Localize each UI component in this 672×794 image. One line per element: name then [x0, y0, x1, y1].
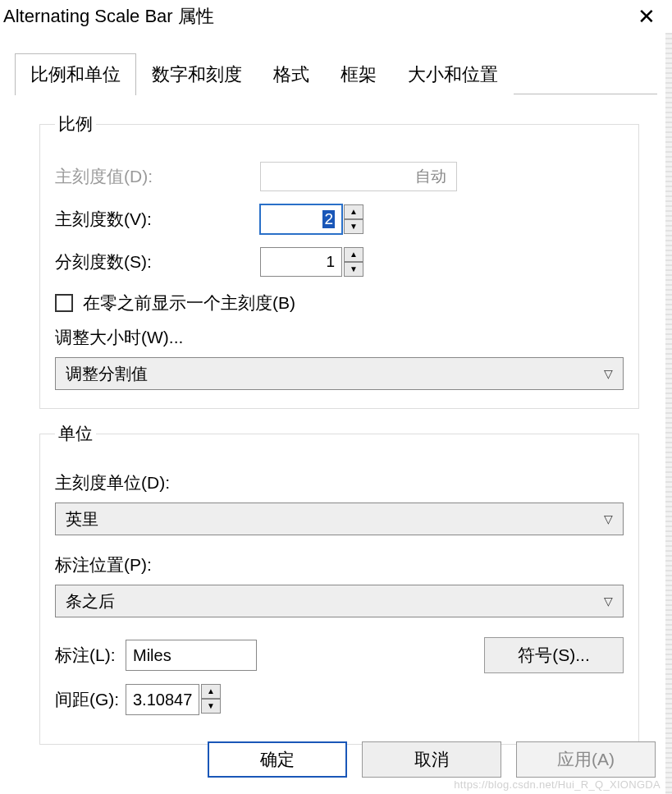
- show-before-zero-checkbox[interactable]: [55, 294, 73, 312]
- chevron-down-icon: ▽: [604, 512, 613, 526]
- spin-up-icon[interactable]: ▲: [344, 247, 363, 262]
- resize-label: 调整大小时(W)...: [55, 326, 624, 349]
- label-position-label: 标注位置(P):: [55, 553, 624, 576]
- division-value-row: 主刻度值(D):: [55, 160, 624, 193]
- window-edge-decoration: [665, 33, 672, 794]
- tab-label: 框架: [341, 64, 377, 85]
- num-divisions-row: 主刻度数(V): 2 ▲ ▼: [55, 203, 624, 236]
- scale-legend: 比例: [55, 112, 96, 135]
- division-units-label: 主刻度单位(D):: [55, 471, 624, 494]
- spin-down-icon[interactable]: ▼: [201, 699, 221, 714]
- apply-button-label: 应用(A): [557, 748, 615, 771]
- scale-group: 比例 主刻度值(D): 主刻度数(V): 2 ▲ ▼ 分刻度数: [39, 112, 639, 409]
- watermark-text: https://blog.csdn.net/Hui_R_Q_XIONGDA: [454, 778, 661, 791]
- close-icon[interactable]: ✕: [629, 2, 664, 30]
- spin-down-icon[interactable]: ▼: [344, 219, 363, 234]
- cancel-button[interactable]: 取消: [362, 741, 501, 778]
- gap-row: 间距(G): ▲ ▼: [55, 683, 624, 716]
- ok-button[interactable]: 确定: [208, 741, 347, 778]
- num-divisions-input[interactable]: 2: [260, 204, 342, 234]
- label-text-input[interactable]: [126, 640, 257, 671]
- tab-strip: 比例和单位 数字和刻度 格式 框架 大小和位置: [15, 53, 672, 94]
- label-text-label: 标注(L):: [55, 644, 126, 667]
- dialog-title: Alternating Scale Bar 属性: [3, 4, 214, 29]
- num-subdivisions-label: 分刻度数(S):: [55, 250, 260, 273]
- spinner-buttons: ▲ ▼: [344, 204, 363, 234]
- tab-numbers-marks[interactable]: 数字和刻度: [136, 53, 258, 95]
- num-divisions-label: 主刻度数(V):: [55, 208, 260, 231]
- cancel-button-label: 取消: [414, 748, 449, 771]
- show-before-zero-row: 在零之前显示一个主刻度(B): [55, 291, 624, 314]
- num-divisions-value: 2: [322, 210, 335, 228]
- spin-down-icon[interactable]: ▼: [344, 262, 363, 277]
- gap-input[interactable]: [126, 684, 199, 715]
- gap-spinner[interactable]: ▲ ▼: [126, 684, 221, 715]
- num-divisions-spinner[interactable]: 2 ▲ ▼: [260, 204, 363, 234]
- label-position-dropdown[interactable]: 条之后 ▽: [55, 585, 624, 617]
- division-value-input: [260, 162, 457, 191]
- division-units-value: 英里: [66, 508, 98, 530]
- symbol-button[interactable]: 符号(S)...: [484, 637, 624, 673]
- label-position-value: 条之后: [66, 590, 115, 613]
- gap-label: 间距(G):: [55, 688, 126, 711]
- dialog-window: Alternating Scale Bar 属性 ✕ 比例和单位 数字和刻度 格…: [0, 0, 672, 794]
- apply-button: 应用(A): [516, 741, 656, 778]
- tab-panel: 比例 主刻度值(D): 主刻度数(V): 2 ▲ ▼ 分刻度数: [0, 94, 672, 745]
- num-subdivisions-spinner[interactable]: ▲ ▼: [260, 247, 363, 277]
- tab-frame[interactable]: 框架: [325, 53, 392, 95]
- units-legend: 单位: [55, 422, 96, 445]
- tab-scale-units[interactable]: 比例和单位: [15, 53, 136, 95]
- units-group: 单位 主刻度单位(D): 英里 ▽ 标注位置(P): 条之后 ▽ 标注(L): …: [39, 422, 639, 745]
- label-text-row: 标注(L): 符号(S)...: [55, 637, 624, 673]
- show-before-zero-label: 在零之前显示一个主刻度(B): [83, 291, 295, 314]
- num-subdivisions-input[interactable]: [260, 247, 342, 277]
- num-subdivisions-row: 分刻度数(S): ▲ ▼: [55, 246, 624, 278]
- spin-up-icon[interactable]: ▲: [201, 684, 221, 699]
- tab-label: 数字和刻度: [152, 64, 242, 85]
- spin-up-icon[interactable]: ▲: [344, 204, 363, 219]
- chevron-down-icon: ▽: [604, 594, 613, 608]
- spinner-buttons: ▲ ▼: [344, 247, 363, 277]
- tab-label: 比例和单位: [30, 64, 121, 85]
- resize-dropdown[interactable]: 调整分割值 ▽: [55, 357, 624, 390]
- division-units-dropdown[interactable]: 英里 ▽: [55, 503, 624, 535]
- spinner-buttons: ▲ ▼: [201, 684, 221, 715]
- tab-format[interactable]: 格式: [258, 53, 325, 95]
- titlebar: Alternating Scale Bar 属性 ✕: [0, 0, 672, 36]
- ok-button-label: 确定: [260, 748, 295, 771]
- tab-size-position[interactable]: 大小和位置: [392, 53, 514, 95]
- chevron-down-icon: ▽: [604, 367, 613, 380]
- tab-label: 格式: [273, 64, 309, 85]
- resize-dropdown-value: 调整分割值: [66, 363, 148, 385]
- division-value-label: 主刻度值(D):: [55, 165, 260, 188]
- tab-label: 大小和位置: [408, 64, 498, 85]
- symbol-button-label: 符号(S)...: [518, 644, 590, 667]
